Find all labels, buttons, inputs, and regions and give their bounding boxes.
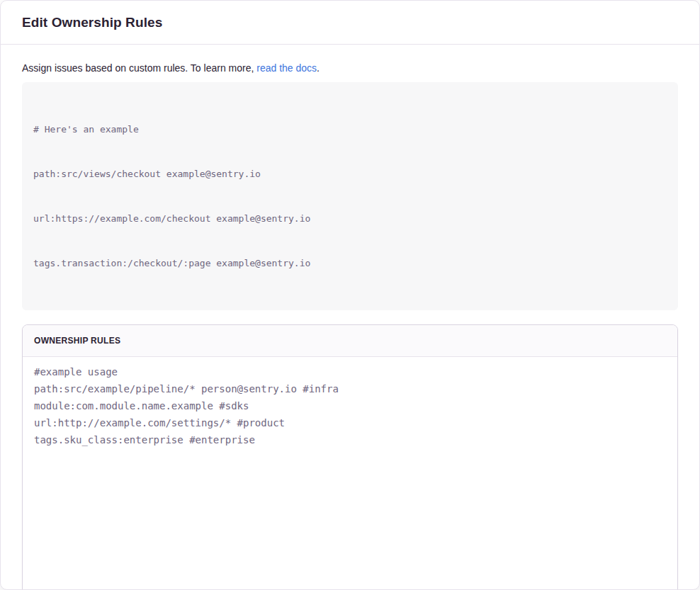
- description-text: Assign issues based on custom rules. To …: [22, 62, 256, 74]
- modal-body: Assign issues based on custom rules. To …: [1, 45, 699, 590]
- modal-title: Edit Ownership Rules: [22, 15, 162, 30]
- example-code-block: # Here's an example path:src/views/check…: [22, 82, 678, 310]
- ownership-rules-panel: OWNERSHIP RULES #example usage path:src/…: [22, 324, 678, 590]
- edit-ownership-rules-modal: Edit Ownership Rules Assign issues based…: [0, 0, 700, 590]
- ownership-rules-textarea[interactable]: #example usage path:src/example/pipeline…: [23, 357, 677, 590]
- read-the-docs-link[interactable]: read the docs: [256, 62, 317, 74]
- example-code-line: path:src/views/checkout example@sentry.i…: [33, 166, 667, 181]
- example-code-line: url:https://example.com/checkout example…: [33, 211, 667, 226]
- description: Assign issues based on custom rules. To …: [22, 61, 678, 75]
- ownership-rules-panel-header: OWNERSHIP RULES: [23, 325, 677, 357]
- example-code-line: tags.transaction:/checkout/:page example…: [33, 256, 667, 271]
- modal-header: Edit Ownership Rules: [1, 1, 699, 45]
- description-period: .: [317, 62, 320, 74]
- example-code-line: # Here's an example: [33, 122, 667, 137]
